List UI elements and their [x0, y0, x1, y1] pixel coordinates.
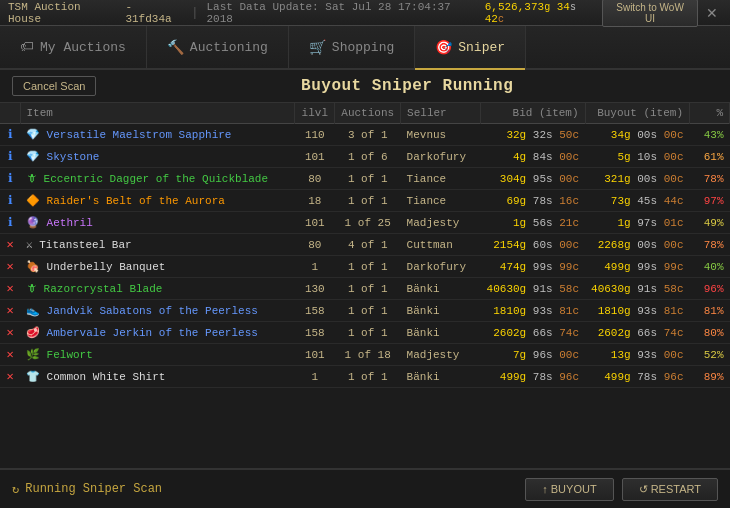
item-bid: 2602g 66s 74c	[481, 322, 585, 344]
item-seller: Bänki	[401, 322, 481, 344]
tab-sniper-label: Sniper	[458, 40, 505, 55]
item-ilvl: 1	[295, 256, 335, 278]
table-row[interactable]: ✕ 👕 Common White Shirt 1 1 of 1 Bänki 49…	[0, 366, 730, 388]
table-row[interactable]: ✕ ⚔ Titansteel Bar 80 4 of 1 Cuttman 215…	[0, 234, 730, 256]
tab-my-auctions-label: My Auctions	[40, 40, 126, 55]
status-x-icon: ✕	[6, 260, 13, 274]
table-row[interactable]: ✕ 🗡 Razorcrystal Blade 130 1 of 1 Bänki …	[0, 278, 730, 300]
item-pct: 78%	[690, 168, 730, 190]
switch-to-wow-btn[interactable]: Switch to WoW UI	[602, 0, 698, 27]
sniper-table: Item ilvl Auctions Seller Bid (item) Buy…	[0, 103, 730, 388]
item-bid: 1g 56s 21c	[481, 212, 585, 234]
gold-display: 6,526,373g 34s 42c Switch to WoW UI ✕	[485, 0, 722, 27]
table-header-row: Item ilvl Auctions Seller Bid (item) Buy…	[0, 103, 730, 124]
item-name: 🔮 Aethril	[20, 212, 295, 234]
item-buyout: 2268g 00s 00c	[585, 234, 689, 256]
my-auctions-icon: 🏷	[20, 39, 34, 55]
row-status: ✕	[0, 322, 20, 344]
item-pct: 49%	[690, 212, 730, 234]
table-row[interactable]: ✕ 🥩 Ambervale Jerkin of the Peerless 158…	[0, 322, 730, 344]
item-seller: Bänki	[401, 300, 481, 322]
section-title: Buyout Sniper Running	[96, 77, 718, 95]
row-status: ℹ	[0, 146, 20, 168]
item-ilvl: 158	[295, 322, 335, 344]
table-row[interactable]: ✕ 🌿 Felwort 101 1 of 18 Madjesty 7g 96s …	[0, 344, 730, 366]
item-auctions: 1 of 1	[335, 322, 401, 344]
item-name: 🌿 Felwort	[20, 344, 295, 366]
status-x-icon: ✕	[6, 370, 13, 384]
table-container[interactable]: Item ilvl Auctions Seller Bid (item) Buy…	[0, 103, 730, 468]
table-row[interactable]: ℹ 🗡 Eccentric Dagger of the Quickblade 8…	[0, 168, 730, 190]
row-status: ✕	[0, 344, 20, 366]
item-auctions: 1 of 25	[335, 212, 401, 234]
item-buyout: 499g 99s 99c	[585, 256, 689, 278]
status-info-icon: ℹ	[8, 128, 13, 142]
tab-sniper[interactable]: 🎯 Sniper	[415, 26, 526, 68]
shopping-icon: 🛒	[309, 39, 326, 56]
item-seller: Bänki	[401, 366, 481, 388]
cancel-scan-button[interactable]: Cancel Scan	[12, 76, 96, 96]
item-auctions: 1 of 1	[335, 366, 401, 388]
item-ilvl: 101	[295, 212, 335, 234]
item-pct: 61%	[690, 146, 730, 168]
close-button[interactable]: ✕	[702, 5, 722, 21]
table-row[interactable]: ℹ 🔮 Aethril 101 1 of 25 Madjesty 1g 56s …	[0, 212, 730, 234]
data-update: Last Data Update: Sat Jul 28 17:04:37 20…	[206, 1, 476, 25]
item-buyout: 34g 00s 00c	[585, 124, 689, 146]
buyout-button[interactable]: ↑ BUYOUT	[525, 478, 613, 501]
bottom-bar: ↻ Running Sniper Scan ↑ BUYOUT ↺ RESTART	[0, 468, 730, 508]
item-bid: 40630g 91s 58c	[481, 278, 585, 300]
table-row[interactable]: ℹ 🔶 Raider's Belt of the Aurora 18 1 of …	[0, 190, 730, 212]
table-row[interactable]: ℹ 💎 Versatile Maelstrom Sapphire 110 3 o…	[0, 124, 730, 146]
col-header-status[interactable]	[0, 103, 20, 124]
title-sep: |	[191, 6, 198, 20]
col-header-item[interactable]: Item	[20, 103, 295, 124]
col-header-auctions[interactable]: Auctions	[335, 103, 401, 124]
tab-my-auctions[interactable]: 🏷 My Auctions	[0, 26, 147, 68]
item-pct: 40%	[690, 256, 730, 278]
tab-auctioning-label: Auctioning	[190, 40, 268, 55]
item-buyout: 2602g 66s 74c	[585, 322, 689, 344]
restart-button[interactable]: ↺ RESTART	[622, 478, 718, 501]
item-buyout: 321g 00s 00c	[585, 168, 689, 190]
col-header-seller[interactable]: Seller	[401, 103, 481, 124]
item-auctions: 1 of 1	[335, 300, 401, 322]
row-status: ✕	[0, 278, 20, 300]
item-bid: 499g 78s 96c	[481, 366, 585, 388]
item-pct: 52%	[690, 344, 730, 366]
tab-auctioning[interactable]: 🔨 Auctioning	[147, 26, 289, 68]
item-buyout: 5g 10s 00c	[585, 146, 689, 168]
table-row[interactable]: ✕ 🍖 Underbelly Banquet 1 1 of 1 Darkofur…	[0, 256, 730, 278]
item-bid: 1810g 93s 81c	[481, 300, 585, 322]
item-ilvl: 101	[295, 146, 335, 168]
status-info-icon: ℹ	[8, 172, 13, 186]
col-header-pct[interactable]: %	[690, 103, 730, 124]
main-content: Cancel Scan Buyout Sniper Running Item i…	[0, 70, 730, 468]
col-header-bid[interactable]: Bid (item)	[481, 103, 585, 124]
item-pct: 80%	[690, 322, 730, 344]
item-auctions: 1 of 1	[335, 278, 401, 300]
item-seller: Darkofury	[401, 146, 481, 168]
item-seller: Tiance	[401, 168, 481, 190]
status-x-icon: ✕	[6, 326, 13, 340]
item-ilvl: 101	[295, 344, 335, 366]
table-row[interactable]: ℹ 💎 Skystone 101 1 of 6 Darkofury 4g 84s…	[0, 146, 730, 168]
item-auctions: 1 of 1	[335, 168, 401, 190]
item-name: 🥩 Ambervale Jerkin of the Peerless	[20, 322, 295, 344]
item-buyout: 1810g 93s 81c	[585, 300, 689, 322]
item-ilvl: 158	[295, 300, 335, 322]
tab-shopping[interactable]: 🛒 Shopping	[289, 26, 415, 68]
item-pct: 43%	[690, 124, 730, 146]
row-status: ℹ	[0, 124, 20, 146]
table-row[interactable]: ✕ 👟 Jandvik Sabatons of the Peerless 158…	[0, 300, 730, 322]
item-name: ⚔ Titansteel Bar	[20, 234, 295, 256]
item-name: 👟 Jandvik Sabatons of the Peerless	[20, 300, 295, 322]
gold-value: 6,526,373g 34s 42c	[485, 1, 598, 25]
status-info-icon: ℹ	[8, 150, 13, 164]
col-header-ilvl[interactable]: ilvl	[295, 103, 335, 124]
item-pct: 81%	[690, 300, 730, 322]
item-bid: 69g 78s 16c	[481, 190, 585, 212]
item-ilvl: 1	[295, 366, 335, 388]
item-pct: 89%	[690, 366, 730, 388]
col-header-buyout[interactable]: Buyout (item)	[585, 103, 689, 124]
